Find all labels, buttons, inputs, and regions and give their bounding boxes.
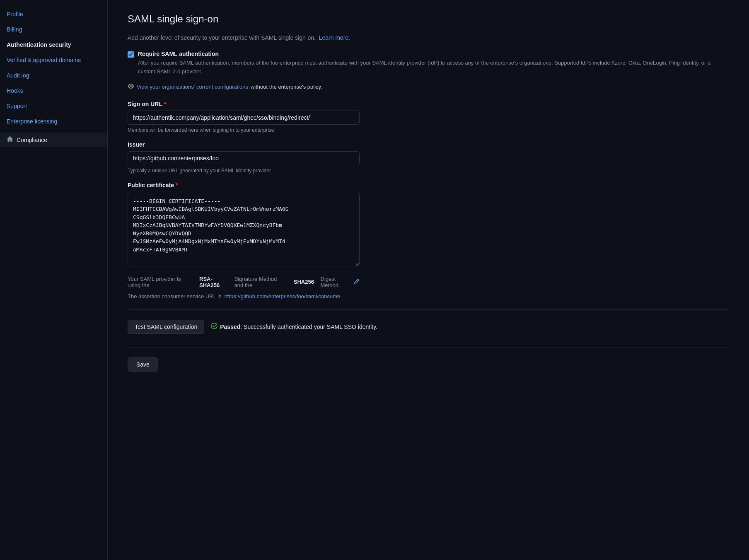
test-result-text: Passed: Successfully authenticated your …: [220, 323, 377, 330]
sign-on-url-label: Sign on URL *: [128, 101, 729, 107]
sidebar-item-support[interactable]: Support: [0, 99, 107, 114]
consumer-url-prefix: The assertion consumer service URL is: [128, 293, 221, 299]
signature-method: RSA-SHA256: [199, 276, 228, 288]
button-row: Test SAML configuration Passed: Successf…: [128, 320, 729, 334]
require-saml-content: Require SAML authentication After you re…: [138, 51, 729, 76]
consumer-url-section: The assertion consumer service URL is ht…: [128, 293, 360, 299]
view-configs-link[interactable]: View your organizations' current configu…: [137, 84, 248, 90]
sidebar: Profile Billing Authentication security …: [0, 0, 108, 560]
test-message: : Successfully authenticated your SAML S…: [240, 323, 377, 330]
test-result: Passed: Successfully authenticated your …: [211, 323, 377, 331]
public-certificate-textarea[interactable]: -----BEGIN CERTIFICATE----- MIIFHTCCBAWg…: [128, 192, 360, 266]
test-saml-button[interactable]: Test SAML configuration: [128, 320, 204, 334]
issuer-input[interactable]: [128, 151, 360, 165]
eye-icon: [128, 83, 134, 91]
sidebar-item-audit-log[interactable]: Audit log: [0, 68, 107, 83]
page-title: SAML single sign-on: [128, 13, 729, 25]
sidebar-item-profile[interactable]: Profile: [0, 7, 107, 22]
divider-2: [128, 347, 729, 348]
edit-icon[interactable]: [354, 278, 360, 285]
digest-method: SHA256: [294, 279, 314, 285]
sidebar-item-enterprise-licensing[interactable]: Enterprise licensing: [0, 114, 107, 129]
required-star-cert: *: [176, 182, 178, 188]
compliance-section: Compliance: [0, 133, 107, 147]
issuer-label: Issuer: [128, 141, 729, 148]
success-icon: [211, 323, 217, 331]
compliance-icon: [7, 136, 13, 144]
consumer-url-link[interactable]: https://github.com/enterprises/foo/saml/…: [225, 293, 341, 299]
intro-text: Add another level of security to your en…: [128, 33, 729, 42]
sign-on-url-input[interactable]: [128, 111, 360, 125]
svg-point-0: [211, 323, 217, 329]
public-certificate-group: Public certificate * -----BEGIN CERTIFIC…: [128, 182, 729, 268]
signature-prefix: Your SAML provider is using the: [128, 276, 193, 288]
sidebar-item-hooks[interactable]: Hooks: [0, 83, 107, 99]
page-title-area: SAML single sign-on: [128, 13, 729, 25]
issuer-group: Issuer Typically a unique URL generated …: [128, 141, 729, 174]
main-content: SAML single sign-on Add another level of…: [108, 0, 749, 560]
save-button[interactable]: Save: [128, 357, 158, 372]
view-configs-suffix: without the enterprise's policy.: [251, 84, 322, 90]
compliance-label: Compliance: [17, 137, 47, 143]
required-star-url: *: [164, 101, 166, 107]
divider: [128, 309, 729, 310]
require-saml-section: Require SAML authentication After you re…: [128, 51, 729, 76]
sidebar-item-verified-approved-domains[interactable]: Verified & approved domains: [0, 53, 107, 68]
save-row: Save: [128, 357, 729, 372]
view-configs-row: View your organizations' current configu…: [128, 83, 729, 91]
signature-mid: Signature Method and the: [234, 276, 287, 288]
learn-more-link[interactable]: Learn more: [319, 34, 349, 41]
signature-info: Your SAML provider is using the RSA-SHA2…: [128, 276, 360, 288]
sign-on-url-group: Sign on URL * Members will be forwarded …: [128, 101, 729, 133]
require-saml-checkbox[interactable]: [128, 51, 134, 58]
test-status: Passed: [220, 323, 240, 330]
sidebar-item-authentication-security[interactable]: Authentication security: [0, 37, 107, 53]
require-saml-description: After you require SAML authentication, m…: [138, 59, 729, 76]
issuer-hint: Typically a unique URL generated by your…: [128, 168, 729, 174]
require-saml-label[interactable]: Require SAML authentication: [138, 51, 219, 57]
signature-suffix: Digest Method.: [321, 276, 352, 288]
sign-on-url-hint: Members will be forwarded here when sign…: [128, 127, 729, 133]
public-certificate-label: Public certificate *: [128, 182, 729, 188]
sidebar-item-billing[interactable]: Billing: [0, 22, 107, 37]
